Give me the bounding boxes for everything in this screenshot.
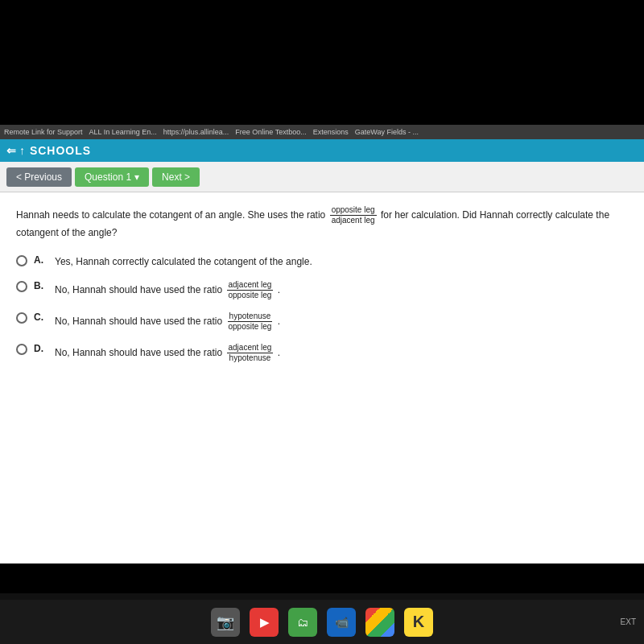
question-ratio-denominator: adjacent leg [330,216,377,225]
taskbar-slides-icon[interactable]: ▶ [250,608,279,637]
question-ratio-numerator: opposite leg [330,205,377,216]
option-d-denominator: hypotenuse [228,353,273,363]
nav-bar: < Previous Question 1 ▾ Next > [0,162,644,192]
question-ratio-fraction: opposite leg adjacent leg [328,209,381,221]
option-b-label: B. [34,280,48,291]
question-intro: Hannah needs to calculate the cotangent … [16,209,325,221]
radio-c[interactable] [16,312,27,324]
schools-title: SCHOOLS [30,144,91,157]
taskbar-files-icon[interactable]: 🗂 [288,608,317,637]
tab-remote: Remote Link for Support [4,128,83,136]
taskbar-chrome-icon[interactable] [365,608,394,637]
taskbar: 📷 ▶ 🗂 📹 K EXT [0,600,644,644]
option-c[interactable]: C. No, Hannah should have used the ratio… [16,312,628,332]
tab-allinlearning: ALL In Learning En... [89,128,157,136]
option-d-text: No, Hannah should have used the ratio ad… [55,343,280,363]
prev-button[interactable]: < Previous [6,167,72,187]
browser-tab-bar: Remote Link for Support ALL In Learning … [0,125,644,139]
option-c-label: C. [34,312,48,323]
taskbar-ext-label: EXT [621,617,636,626]
option-d[interactable]: D. No, Hannah should have used the ratio… [16,343,628,363]
option-b-numerator: adjacent leg [227,280,274,291]
question-label: Question 1 [85,171,131,183]
tab-gateway: GateWay Fields - ... [355,128,419,136]
option-c-numerator: hypotenuse [228,312,273,322]
taskbar-camera-icon[interactable]: 📷 [211,608,240,637]
radio-a[interactable] [16,255,27,266]
option-c-fraction: hypotenuse opposite leg [227,312,274,332]
question-text: Hannah needs to calculate the cotangent … [16,205,628,240]
option-c-denominator: opposite leg [227,322,274,332]
option-b-denominator: opposite leg [227,291,274,300]
black-top-area [0,0,644,125]
question-dropdown-button[interactable]: Question 1 ▾ [75,167,149,187]
schools-logo-arrows: ⇐ ↑ [6,144,25,157]
dropdown-arrow-icon: ▾ [134,171,139,183]
option-a-label: A. [34,254,48,266]
next-button[interactable]: Next > [152,167,200,187]
radio-d[interactable] [16,344,27,355]
content-area: Hannah needs to calculate the cotangent … [0,192,644,564]
schools-header: ⇐ ↑ SCHOOLS [0,139,644,162]
radio-b[interactable] [16,281,27,292]
option-b-text-before: No, Hannah should have used the ratio [55,284,222,295]
option-b-fraction: adjacent leg opposite leg [227,280,274,300]
option-c-text-after: . [278,316,280,327]
option-d-fraction: adjacent leg hypotenuse [227,343,274,363]
option-d-text-after: . [278,347,280,358]
taskbar-k-icon[interactable]: K [404,608,433,637]
option-b-text: No, Hannah should have used the ratio ad… [55,280,280,300]
option-c-text-before: No, Hannah should have used the ratio [55,316,222,327]
option-b-text-after: . [278,284,280,295]
option-d-numerator: adjacent leg [227,343,274,353]
bottom-stripe [0,593,644,600]
tab-allinlea-url: https://plus.allinlea... [163,128,229,136]
tab-extensions: Extensions [313,128,349,136]
tab-textbook: Free Online Textboo... [235,128,306,136]
option-c-text: No, Hannah should have used the ratio hy… [55,312,280,332]
taskbar-meet-icon[interactable]: 📹 [327,608,356,637]
option-a-text: Yes, Hannah correctly calculated the cot… [55,254,312,269]
option-d-label: D. [34,343,48,354]
option-d-text-before: No, Hannah should have used the ratio [55,347,222,358]
option-b[interactable]: B. No, Hannah should have used the ratio… [16,280,628,300]
option-a[interactable]: A. Yes, Hannah correctly calculated the … [16,254,628,269]
